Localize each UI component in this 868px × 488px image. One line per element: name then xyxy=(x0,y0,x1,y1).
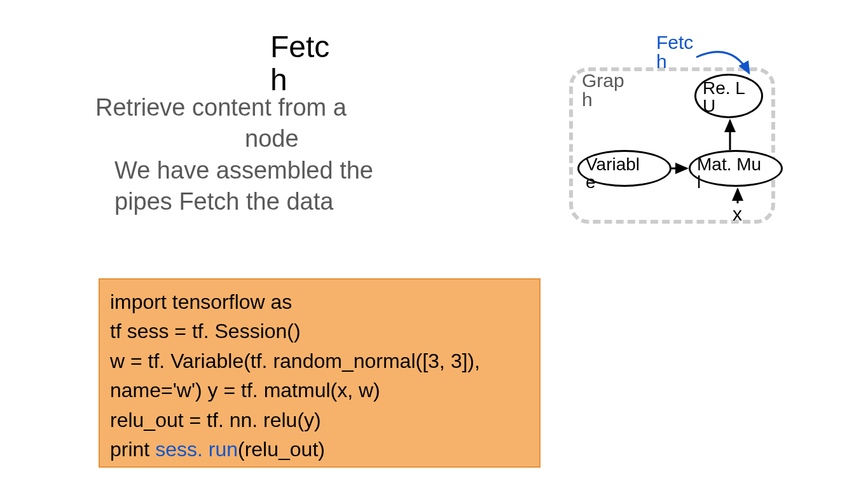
node-variable-line2: e xyxy=(586,173,640,191)
node-relu: Re. L U xyxy=(694,74,763,118)
slide-title-line1: Fetc xyxy=(270,30,329,64)
node-matmul-line1: Mat. Mu xyxy=(697,156,761,173)
code-line-6a: print xyxy=(110,438,155,461)
node-relu-line2: U xyxy=(703,97,745,115)
code-block: import tensorflow as tf sess = tf. Sessi… xyxy=(99,278,541,468)
subtitle-line3: We have assembled the xyxy=(95,155,426,186)
node-matmul-line2: l xyxy=(697,173,761,191)
fetch-label: Fetc h xyxy=(656,33,693,71)
code-highlight-sess-run: sess. run xyxy=(155,438,238,461)
fetch-label-line2: h xyxy=(656,52,693,71)
subtitle-block: Retrieve content from a node We have ass… xyxy=(95,92,426,218)
node-relu-line1: Re. L xyxy=(703,79,745,97)
fetch-label-line1: Fetc xyxy=(656,33,693,52)
subtitle-line2: node xyxy=(95,123,426,154)
node-variable-line1: Variabl xyxy=(586,156,640,173)
code-line-6c: (relu_out) xyxy=(238,438,325,461)
code-line-3: w = tf. Variable(tf. random_normal([3, 3… xyxy=(110,346,529,376)
code-line-5: relu_out = tf. nn. relu(y) xyxy=(110,405,529,435)
graph-label-line2: h xyxy=(582,90,624,109)
node-variable: Variabl e xyxy=(577,150,672,187)
subtitle-line1: Retrieve content from a xyxy=(95,92,426,123)
code-line-4: name='w') y = tf. matmul(x, w) xyxy=(110,376,529,405)
code-line-2: tf sess = tf. Session() xyxy=(110,316,529,346)
node-matmul: Mat. Mu l xyxy=(689,150,783,187)
x-label: x xyxy=(733,203,742,225)
graph-label: Grap h xyxy=(582,71,624,109)
subtitle-line4: pipes Fetch the data xyxy=(95,186,426,217)
code-line-6: print sess. run(relu_out) xyxy=(110,435,529,464)
code-line-1: import tensorflow as xyxy=(110,287,529,316)
graph-label-line1: Grap xyxy=(582,71,624,90)
